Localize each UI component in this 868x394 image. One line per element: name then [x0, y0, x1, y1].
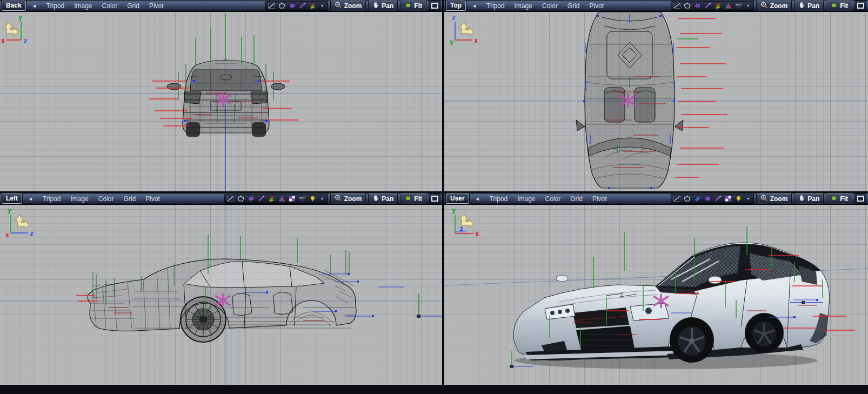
magic-wand-icon[interactable]	[257, 195, 266, 203]
prism-icon[interactable]	[288, 2, 297, 10]
collapse-arrow-icon[interactable]: ◄	[28, 196, 33, 202]
collapse-arrow-icon[interactable]: ◄	[472, 3, 477, 9]
viewport-title-button[interactable]: Left	[2, 193, 22, 204]
collapse-arrow-icon[interactable]: ◄	[475, 196, 480, 202]
menu-pivot[interactable]: Pivot	[589, 2, 604, 10]
pan-hand-icon	[798, 2, 805, 10]
viewport-canvas-left[interactable]: y z x	[0, 205, 442, 385]
diagonal-line-icon[interactable]	[672, 195, 682, 203]
pyramid-icon[interactable]	[724, 2, 733, 10]
menu-tripod[interactable]: Tripod	[490, 195, 508, 203]
fit-icon	[404, 2, 412, 10]
viewport-back: Back ◄ Tripod Image Color Grid Pivot ▼ Z…	[0, 0, 442, 191]
menu-pivot[interactable]: Pivot	[592, 195, 607, 203]
menu-grid[interactable]: Grid	[124, 195, 136, 203]
maximize-viewport-button[interactable]	[854, 1, 866, 11]
viewport-canvas-top[interactable]: z x y	[444, 12, 868, 191]
pan-hand-icon	[372, 2, 379, 10]
magic-wand-icon[interactable]	[703, 2, 712, 10]
color-stack-icon[interactable]	[713, 2, 723, 10]
prism-icon[interactable]	[693, 2, 702, 10]
viewport-back-header: Back ◄ Tripod Image Color Grid Pivot ▼ Z…	[0, 0, 442, 12]
zoom-button[interactable]: Zoom	[330, 1, 366, 11]
pyramid-icon[interactable]	[277, 195, 286, 203]
pan-hand-icon	[372, 195, 379, 203]
zoom-button[interactable]: Zoom	[756, 1, 792, 11]
viewport-top: Top ◄ Tripod Image Color Grid Pivot ▼ Zo…	[444, 0, 868, 191]
menu-color[interactable]: Color	[545, 195, 561, 203]
prism-icon[interactable]	[246, 195, 256, 203]
menu-grid[interactable]: Grid	[127, 2, 139, 10]
fit-button[interactable]: Fit	[826, 193, 852, 204]
user-view-drawing	[444, 205, 868, 385]
viewport-title-button[interactable]: User	[446, 193, 469, 204]
clapperboard-icon[interactable]	[298, 195, 307, 203]
lightbulb-icon[interactable]	[734, 195, 743, 203]
left-view-drawing	[0, 205, 442, 385]
menu-tripod[interactable]: Tripod	[43, 195, 61, 203]
pan-button[interactable]: Pan	[794, 1, 824, 11]
menu-image[interactable]: Image	[517, 195, 535, 203]
zoom-icon	[335, 195, 342, 203]
menu-grid[interactable]: Grid	[567, 2, 580, 10]
menu-color[interactable]: Color	[102, 2, 118, 10]
viewport-top-header: Top ◄ Tripod Image Color Grid Pivot ▼ Zo…	[444, 0, 868, 12]
menu-tripod[interactable]: Tripod	[46, 2, 65, 10]
eraser-icon[interactable]	[693, 195, 702, 203]
fit-button[interactable]: Fit	[400, 193, 426, 204]
quad-viewport-layout: Back ◄ Tripod Image Color Grid Pivot ▼ Z…	[0, 0, 868, 385]
viewport-user-header: User ◄ Tripod Image Color Grid Pivot ▼ Z…	[444, 193, 868, 205]
polygon-icon[interactable]	[683, 195, 692, 203]
toolbar-dropdown-icon[interactable]: ▼	[744, 4, 752, 8]
polygon-icon[interactable]	[683, 2, 692, 10]
rear-wheel-3d	[745, 313, 784, 353]
diagonal-line-icon[interactable]	[226, 195, 235, 203]
color-stack-icon[interactable]	[267, 195, 276, 203]
menu-image[interactable]: Image	[74, 2, 92, 10]
fit-icon	[830, 2, 838, 10]
diagonal-line-icon[interactable]	[672, 2, 682, 10]
clapperboard-icon[interactable]	[734, 2, 743, 10]
pan-button[interactable]: Pan	[368, 193, 398, 204]
maximize-viewport-button[interactable]	[854, 193, 866, 204]
polygon-icon[interactable]	[236, 195, 245, 203]
prism-icon[interactable]	[703, 195, 712, 203]
zoom-button[interactable]: Zoom	[756, 193, 792, 204]
menu-grid[interactable]: Grid	[570, 195, 583, 203]
front-wheel-3d	[670, 317, 714, 363]
maximize-viewport-button[interactable]	[429, 193, 440, 204]
maximize-icon	[857, 196, 864, 202]
checkerboard-icon[interactable]	[724, 195, 733, 203]
maximize-icon	[431, 3, 438, 9]
viewport-canvas-back[interactable]: y x z	[0, 12, 442, 191]
menu-image[interactable]: Image	[71, 195, 89, 203]
mini-axis-gizmo	[416, 293, 442, 318]
menu-image[interactable]: Image	[515, 2, 532, 10]
pan-button[interactable]: Pan	[794, 193, 824, 204]
pan-button[interactable]: Pan	[368, 1, 398, 11]
magic-wand-icon[interactable]	[713, 195, 723, 203]
polygon-icon[interactable]	[277, 2, 286, 10]
display-mode-toolbar: ▼	[265, 1, 328, 11]
menu-color[interactable]: Color	[98, 195, 114, 203]
viewport-title-button[interactable]: Top	[446, 1, 466, 11]
menu-pivot[interactable]: Pivot	[149, 2, 164, 10]
menu-pivot[interactable]: Pivot	[145, 195, 160, 203]
toolbar-dropdown-icon[interactable]: ▼	[318, 4, 326, 8]
menu-color[interactable]: Color	[542, 2, 558, 10]
diagonal-line-icon[interactable]	[267, 2, 276, 10]
maximize-viewport-button[interactable]	[429, 1, 440, 11]
toolbar-dropdown-icon[interactable]: ▼	[318, 197, 326, 201]
color-stack-icon[interactable]	[308, 2, 317, 10]
fit-button[interactable]: Fit	[826, 1, 852, 11]
lightbulb-icon[interactable]	[308, 195, 317, 203]
menu-tripod[interactable]: Tripod	[486, 2, 505, 10]
viewport-title-button[interactable]: Back	[2, 1, 26, 11]
zoom-button[interactable]: Zoom	[330, 193, 366, 204]
collapse-arrow-icon[interactable]: ◄	[32, 3, 37, 9]
magic-wand-icon[interactable]	[298, 2, 307, 10]
fit-button[interactable]: Fit	[400, 1, 426, 11]
viewport-canvas-user[interactable]: y x z	[444, 205, 868, 385]
toolbar-dropdown-icon[interactable]: ▼	[744, 197, 752, 201]
checkerboard-icon[interactable]	[288, 195, 297, 203]
